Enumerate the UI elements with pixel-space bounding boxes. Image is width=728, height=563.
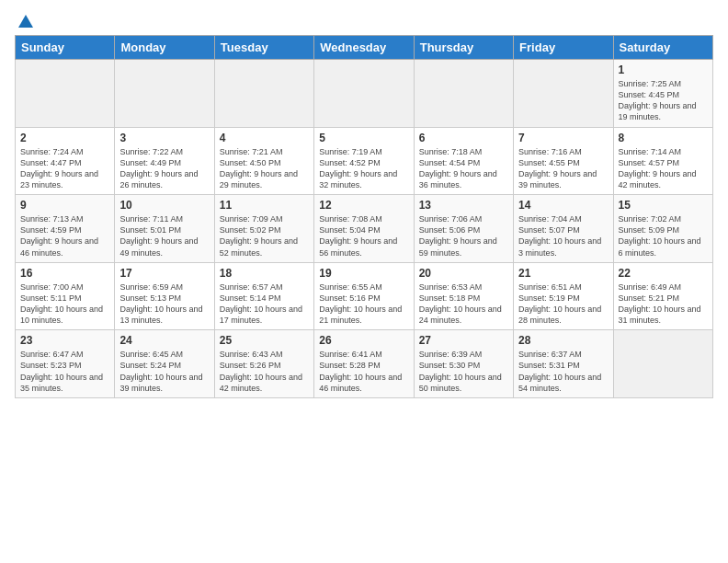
calendar-week-3: 16Sunrise: 7:00 AM Sunset: 5:11 PM Dayli… <box>16 262 713 330</box>
calendar-cell: 24Sunrise: 6:45 AM Sunset: 5:24 PM Dayli… <box>115 330 214 398</box>
calendar-week-1: 2Sunrise: 7:24 AM Sunset: 4:47 PM Daylig… <box>16 127 713 195</box>
weekday-header-friday: Friday <box>514 36 613 60</box>
day-info: Sunrise: 7:19 AM Sunset: 4:52 PM Dayligh… <box>319 146 408 191</box>
day-info: Sunrise: 7:16 AM Sunset: 4:55 PM Dayligh… <box>518 146 608 191</box>
day-info: Sunrise: 6:39 AM Sunset: 5:30 PM Dayligh… <box>419 349 508 394</box>
calendar-cell: 27Sunrise: 6:39 AM Sunset: 5:30 PM Dayli… <box>414 330 513 398</box>
calendar-table: SundayMondayTuesdayWednesdayThursdayFrid… <box>15 35 713 398</box>
day-number: 19 <box>319 267 408 280</box>
day-number: 17 <box>119 267 209 280</box>
calendar-cell: 23Sunrise: 6:47 AM Sunset: 5:23 PM Dayli… <box>16 330 115 398</box>
calendar-week-2: 9Sunrise: 7:13 AM Sunset: 4:59 PM Daylig… <box>16 195 713 263</box>
calendar-cell: 9Sunrise: 7:13 AM Sunset: 4:59 PM Daylig… <box>16 195 115 263</box>
calendar-cell <box>115 60 214 128</box>
calendar-cell: 4Sunrise: 7:21 AM Sunset: 4:50 PM Daylig… <box>214 127 313 195</box>
weekday-header-tuesday: Tuesday <box>214 36 313 60</box>
calendar-cell: 19Sunrise: 6:55 AM Sunset: 5:16 PM Dayli… <box>314 262 414 330</box>
day-info: Sunrise: 7:21 AM Sunset: 4:50 PM Dayligh… <box>220 146 309 191</box>
calendar-cell: 12Sunrise: 7:08 AM Sunset: 5:04 PM Dayli… <box>314 195 414 263</box>
day-info: Sunrise: 7:25 AM Sunset: 4:45 PM Dayligh… <box>619 78 708 123</box>
day-info: Sunrise: 6:37 AM Sunset: 5:31 PM Dayligh… <box>518 349 608 394</box>
calendar-cell: 3Sunrise: 7:22 AM Sunset: 4:49 PM Daylig… <box>115 127 214 195</box>
calendar-cell <box>514 60 613 128</box>
calendar-cell <box>16 60 115 128</box>
calendar-week-0: 1Sunrise: 7:25 AM Sunset: 4:45 PM Daylig… <box>16 60 713 128</box>
day-info: Sunrise: 6:51 AM Sunset: 5:19 PM Dayligh… <box>518 282 608 327</box>
day-number: 26 <box>319 334 408 347</box>
day-info: Sunrise: 7:00 AM Sunset: 5:11 PM Dayligh… <box>20 282 109 327</box>
logo-triangle-icon <box>18 15 33 28</box>
calendar-cell: 10Sunrise: 7:11 AM Sunset: 5:01 PM Dayli… <box>115 195 214 263</box>
calendar-cell: 6Sunrise: 7:18 AM Sunset: 4:54 PM Daylig… <box>414 127 513 195</box>
weekday-header-thursday: Thursday <box>414 36 513 60</box>
day-number: 5 <box>319 132 408 144</box>
day-info: Sunrise: 7:14 AM Sunset: 4:57 PM Dayligh… <box>619 146 708 191</box>
day-info: Sunrise: 7:18 AM Sunset: 4:54 PM Dayligh… <box>419 146 508 191</box>
day-info: Sunrise: 7:06 AM Sunset: 5:06 PM Dayligh… <box>419 213 508 259</box>
day-number: 23 <box>20 334 109 347</box>
calendar-cell: 8Sunrise: 7:14 AM Sunset: 4:57 PM Daylig… <box>613 127 712 195</box>
page-header <box>15 15 713 28</box>
day-number: 27 <box>419 334 508 347</box>
day-number: 16 <box>20 267 109 280</box>
day-number: 12 <box>319 199 408 212</box>
day-number: 3 <box>119 132 209 144</box>
day-number: 6 <box>419 132 508 144</box>
calendar-cell: 21Sunrise: 6:51 AM Sunset: 5:19 PM Dayli… <box>514 262 613 330</box>
day-info: Sunrise: 6:59 AM Sunset: 5:13 PM Dayligh… <box>119 282 209 327</box>
day-info: Sunrise: 7:22 AM Sunset: 4:49 PM Dayligh… <box>119 146 209 191</box>
day-info: Sunrise: 6:47 AM Sunset: 5:23 PM Dayligh… <box>20 349 109 394</box>
calendar-cell: 17Sunrise: 6:59 AM Sunset: 5:13 PM Dayli… <box>115 262 214 330</box>
day-number: 4 <box>220 132 309 144</box>
day-info: Sunrise: 6:49 AM Sunset: 5:21 PM Dayligh… <box>619 282 708 327</box>
calendar-cell: 1Sunrise: 7:25 AM Sunset: 4:45 PM Daylig… <box>613 60 712 128</box>
calendar-cell: 22Sunrise: 6:49 AM Sunset: 5:21 PM Dayli… <box>613 262 712 330</box>
day-info: Sunrise: 7:11 AM Sunset: 5:01 PM Dayligh… <box>119 213 209 259</box>
weekday-header-saturday: Saturday <box>613 36 712 60</box>
calendar-week-4: 23Sunrise: 6:47 AM Sunset: 5:23 PM Dayli… <box>16 330 713 398</box>
day-number: 9 <box>20 199 109 212</box>
calendar-cell: 16Sunrise: 7:00 AM Sunset: 5:11 PM Dayli… <box>16 262 115 330</box>
weekday-header-sunday: Sunday <box>16 36 115 60</box>
calendar-cell: 11Sunrise: 7:09 AM Sunset: 5:02 PM Dayli… <box>214 195 313 263</box>
weekday-header-wednesday: Wednesday <box>314 36 414 60</box>
day-number: 24 <box>119 334 209 347</box>
calendar-cell: 15Sunrise: 7:02 AM Sunset: 5:09 PM Dayli… <box>613 195 712 263</box>
calendar-cell <box>613 330 712 398</box>
day-number: 28 <box>518 334 608 347</box>
day-info: Sunrise: 6:53 AM Sunset: 5:18 PM Dayligh… <box>419 282 508 327</box>
calendar-cell: 28Sunrise: 6:37 AM Sunset: 5:31 PM Dayli… <box>514 330 613 398</box>
calendar-cell <box>414 60 513 128</box>
calendar-cell: 18Sunrise: 6:57 AM Sunset: 5:14 PM Dayli… <box>214 262 313 330</box>
day-number: 21 <box>518 267 608 280</box>
calendar-cell <box>214 60 313 128</box>
logo <box>15 15 33 28</box>
calendar-cell: 7Sunrise: 7:16 AM Sunset: 4:55 PM Daylig… <box>514 127 613 195</box>
day-number: 14 <box>518 199 608 212</box>
day-info: Sunrise: 7:02 AM Sunset: 5:09 PM Dayligh… <box>619 213 708 259</box>
logo-blue <box>15 15 33 28</box>
day-info: Sunrise: 6:57 AM Sunset: 5:14 PM Dayligh… <box>220 282 309 327</box>
weekday-header-monday: Monday <box>115 36 214 60</box>
day-number: 25 <box>220 334 309 347</box>
day-number: 20 <box>419 267 508 280</box>
day-info: Sunrise: 6:41 AM Sunset: 5:28 PM Dayligh… <box>319 349 408 394</box>
day-number: 8 <box>619 132 708 144</box>
day-info: Sunrise: 6:43 AM Sunset: 5:26 PM Dayligh… <box>220 349 309 394</box>
calendar-cell: 25Sunrise: 6:43 AM Sunset: 5:26 PM Dayli… <box>214 330 313 398</box>
day-info: Sunrise: 6:45 AM Sunset: 5:24 PM Dayligh… <box>119 349 209 394</box>
calendar-cell: 20Sunrise: 6:53 AM Sunset: 5:18 PM Dayli… <box>414 262 513 330</box>
calendar-cell: 2Sunrise: 7:24 AM Sunset: 4:47 PM Daylig… <box>16 127 115 195</box>
calendar-cell: 13Sunrise: 7:06 AM Sunset: 5:06 PM Dayli… <box>414 195 513 263</box>
day-info: Sunrise: 7:24 AM Sunset: 4:47 PM Dayligh… <box>20 146 109 191</box>
day-number: 11 <box>220 199 309 212</box>
day-info: Sunrise: 7:13 AM Sunset: 4:59 PM Dayligh… <box>20 213 109 259</box>
calendar-cell: 5Sunrise: 7:19 AM Sunset: 4:52 PM Daylig… <box>314 127 414 195</box>
day-info: Sunrise: 7:09 AM Sunset: 5:02 PM Dayligh… <box>220 213 309 259</box>
day-number: 7 <box>518 132 608 144</box>
calendar-cell: 26Sunrise: 6:41 AM Sunset: 5:28 PM Dayli… <box>314 330 414 398</box>
calendar-cell: 14Sunrise: 7:04 AM Sunset: 5:07 PM Dayli… <box>514 195 613 263</box>
day-number: 13 <box>419 199 508 212</box>
day-number: 22 <box>619 267 708 280</box>
day-number: 15 <box>619 199 708 212</box>
